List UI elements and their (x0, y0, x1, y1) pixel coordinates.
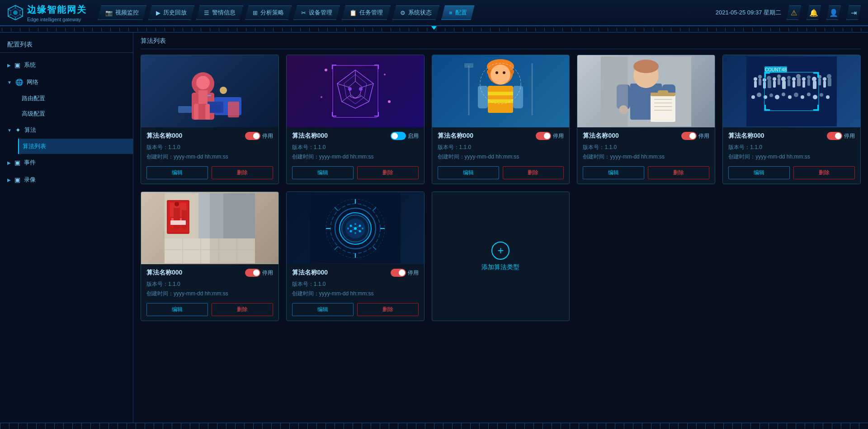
svg-rect-33 (332, 65, 333, 69)
algorithm-icon: ✦ (15, 126, 21, 134)
sidebar-item-system[interactable]: ▶ ▣ 系统 (0, 56, 133, 74)
content-title: 算法列表 (141, 37, 861, 49)
svg-point-31 (359, 87, 363, 91)
algo-card-6-del-button[interactable]: 删除 (212, 303, 273, 316)
sidebar-item-routing[interactable]: 路由配置 (18, 91, 133, 106)
algo-card-3-edit-button[interactable]: 编辑 (438, 166, 499, 179)
svg-point-113 (782, 93, 785, 96)
add-algo-card[interactable]: + 添加算法类型 (432, 191, 570, 321)
sidebar-item-network[interactable]: ▼ 🌐 网络 (0, 74, 133, 91)
user-button[interactable]: 👤 (826, 5, 841, 20)
nav-tab-task[interactable]: 📋 任务管理 (342, 5, 391, 20)
warning-button[interactable]: ⚠ (787, 5, 801, 20)
svg-rect-97 (778, 78, 780, 85)
algo-card-2-body: 算法名称000 启用 版本号：1.1.0 创建时间：yyyy-mm-dd hh:… (287, 127, 424, 184)
algo-card-2-toggle[interactable] (391, 132, 406, 140)
svg-rect-125 (817, 72, 819, 78)
svg-point-108 (751, 95, 755, 99)
algo-card-1-edit-button[interactable]: 编辑 (146, 166, 208, 179)
svg-rect-99 (788, 79, 790, 86)
toggle-knob-1 (253, 133, 259, 139)
sidebar-algo-list-label: 算法列表 (23, 142, 46, 150)
sidebar-system-label: 系统 (24, 61, 36, 69)
algo-card-1-actions: 编辑 删除 (146, 166, 273, 179)
svg-rect-107 (828, 78, 831, 86)
algo-card-5-edit-button[interactable]: 编辑 (728, 166, 790, 179)
svg-line-7 (20, 14, 23, 16)
algo-card-1-del-button[interactable]: 删除 (212, 166, 273, 179)
algo-card-3-header: 算法名称000 停用 (438, 132, 564, 140)
algo-card-6-body: 算法名称000 停用 版本号：1.1.0 创建时间：yyyy-mm-dd hh:… (141, 264, 278, 321)
svg-point-79 (767, 76, 771, 80)
algo-card-6: 算法名称000 停用 版本号：1.1.0 创建时间：yyyy-mm-dd hh:… (141, 191, 279, 321)
algo-card-3-del-button[interactable]: 删除 (503, 166, 564, 179)
algo-card-5: COUNT:48 算法名称000 停用 版本号：1.1.0 (722, 55, 861, 184)
algo-card-7-edit-button[interactable]: 编辑 (292, 303, 354, 316)
toggle-knob-6 (253, 270, 259, 276)
algo-card-7-body: 算法名称000 停用 版本号：1.1.0 创建时间：yyyy-mm-dd hh:… (287, 264, 424, 321)
sidebar-item-algo-list[interactable]: 算法列表 (18, 139, 133, 154)
algo-card-3-toggle[interactable] (536, 132, 551, 140)
sidebar-algorithm-label: 算法 (24, 126, 36, 134)
nav-tab-status[interactable]: ⚙ 系统状态 (392, 5, 439, 20)
ruler-ticks-top (2, 28, 866, 31)
algo-card-3: 算法名称000 停用 版本号：1.1.0 创建时间：yyyy-mm-dd hh:… (432, 55, 570, 184)
algo-card-4-del-button[interactable]: 删除 (648, 166, 709, 179)
bottom-ruler (0, 423, 868, 429)
algo-card-1-toggle[interactable] (245, 132, 260, 140)
svg-point-90 (823, 77, 826, 81)
svg-line-26 (362, 84, 373, 87)
nav-tab-config[interactable]: ≡ 配置 (441, 5, 475, 20)
algo-card-1-version: 版本号：1.1.0 (146, 144, 273, 151)
algo-grid-row1: 算法名称000 停用 版本号：1.1.0 创建时间：yyyy-mm-dd hh:… (141, 55, 861, 184)
toggle-knob-3 (544, 133, 550, 139)
sidebar-item-advanced[interactable]: 高级配置 (18, 106, 133, 121)
svg-rect-106 (823, 81, 826, 88)
algo-card-6-header: 算法名称000 停用 (146, 269, 273, 277)
nav-tab-device[interactable]: ✂ 设备管理 (293, 5, 340, 20)
notification-button[interactable]: 🔔 (807, 5, 821, 20)
algo-card-6-toggle[interactable] (245, 269, 260, 277)
algo-card-4-edit-button[interactable]: 编辑 (583, 166, 644, 179)
algo-card-6-edit-button[interactable]: 编辑 (146, 303, 208, 316)
algo-card-2-del-button[interactable]: 删除 (357, 166, 419, 179)
algo-card-7-created: 创建时间：yyyy-mm-dd hh:mm:ss (292, 290, 419, 298)
nav-tab-history[interactable]: ▶ 历史回放 (148, 5, 194, 20)
algo-card-4-toggle[interactable] (681, 132, 697, 140)
svg-point-43 (388, 100, 391, 103)
svg-rect-35 (378, 65, 379, 69)
svg-point-84 (792, 77, 796, 81)
algo-card-5-toggle[interactable] (827, 132, 842, 140)
sidebar-title: 配置列表 (0, 37, 133, 53)
algo-card-3-actions: 编辑 删除 (438, 166, 564, 179)
sidebar-item-algorithm[interactable]: ▼ ✦ 算法 (0, 121, 133, 139)
svg-rect-14 (228, 102, 239, 117)
svg-point-114 (788, 95, 792, 99)
nav-tab-video[interactable]: 📷 视频监控 (98, 5, 146, 20)
header: 边缘智能网关 Edge intelligent gateway 📷 视频监控 ▶… (0, 0, 868, 26)
algo-card-4-image (577, 55, 715, 127)
logout-button[interactable]: ⇥ (846, 5, 861, 20)
svg-rect-16 (208, 95, 211, 96)
algo-card-1-name: 算法名称000 (146, 132, 182, 140)
algo-card-7-toggle[interactable] (391, 269, 406, 277)
algo-card-7-del-button[interactable]: 删除 (357, 303, 419, 316)
svg-point-80 (773, 77, 776, 81)
nav-tab-alert[interactable]: ☰ 警情信息 (196, 5, 243, 20)
svg-rect-92 (754, 81, 757, 88)
svg-point-17 (196, 76, 210, 89)
expand-icon-record: ▶ (7, 177, 11, 182)
svg-point-15 (220, 87, 227, 94)
svg-rect-54 (513, 86, 523, 108)
algo-card-5-del-button[interactable]: 删除 (793, 166, 855, 179)
svg-rect-101 (797, 78, 801, 86)
sidebar-item-record[interactable]: ▶ ▣ 录像 (0, 171, 133, 188)
algo-card-2-edit-button[interactable]: 编辑 (292, 166, 354, 179)
algo-card-3-body: 算法名称000 停用 版本号：1.1.0 创建时间：yyyy-mm-dd hh:… (432, 127, 570, 184)
svg-point-76 (754, 77, 757, 81)
sidebar-item-event[interactable]: ▶ ▣ 事件 (0, 154, 133, 171)
svg-rect-52 (488, 99, 513, 103)
nav-tab-analysis[interactable]: ⊞ 分析策略 (245, 5, 292, 20)
svg-point-117 (807, 93, 811, 96)
algo-card-6-name: 算法名称000 (146, 269, 182, 277)
